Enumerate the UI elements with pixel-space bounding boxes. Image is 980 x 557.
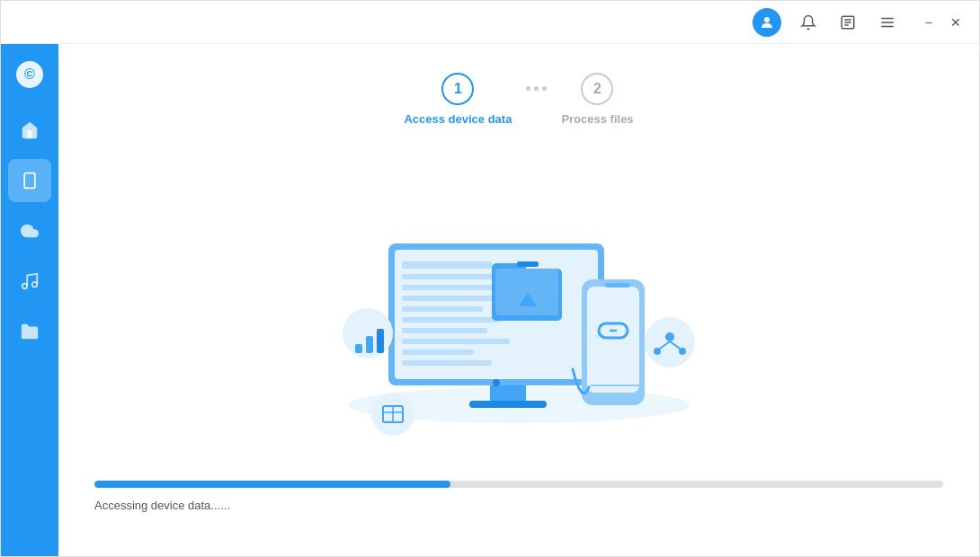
sidebar-item-cloud[interactable] <box>8 209 51 252</box>
step-2-circle: 2 <box>581 73 613 105</box>
svg-rect-32 <box>517 261 539 267</box>
window-controls: − ✕ <box>922 13 965 31</box>
step-2: 2 Process files <box>561 73 633 126</box>
dot-2 <box>534 86 539 91</box>
title-bar: − ✕ <box>1 1 979 44</box>
svg-rect-25 <box>402 328 487 333</box>
svg-text:©: © <box>24 66 35 82</box>
avatar-icon[interactable] <box>753 8 781 37</box>
content-area: 1 Access device data 2 Process files <box>58 44 979 556</box>
sidebar-item-folder[interactable] <box>8 310 51 353</box>
svg-rect-27 <box>402 349 474 355</box>
svg-point-0 <box>764 17 770 22</box>
step-1-circle: 1 <box>441 73 474 105</box>
progress-bar-container <box>94 481 943 488</box>
stepper: 1 Access device data 2 Process files <box>94 73 943 126</box>
close-button[interactable]: ✕ <box>947 13 965 31</box>
progress-section: Accessing device data...... <box>94 466 943 527</box>
sidebar-item-device[interactable] <box>8 159 51 202</box>
step-2-label: Process files <box>561 112 633 126</box>
notes-icon[interactable] <box>835 10 860 35</box>
svg-rect-23 <box>402 306 483 312</box>
svg-point-46 <box>665 332 674 341</box>
svg-rect-19 <box>402 261 492 269</box>
svg-point-48 <box>679 348 686 355</box>
svg-rect-36 <box>587 287 639 393</box>
svg-point-13 <box>32 282 38 287</box>
step-1: 1 Access device data <box>404 73 512 126</box>
dot-1 <box>526 86 530 91</box>
illustration <box>94 155 943 466</box>
title-bar-icons: − ✕ <box>753 8 965 37</box>
sidebar: © <box>1 44 58 556</box>
step-1-label: Access device data <box>404 112 512 126</box>
progress-bar-fill <box>94 481 450 488</box>
svg-rect-26 <box>402 339 510 344</box>
svg-rect-31 <box>495 269 558 315</box>
sidebar-item-music[interactable] <box>8 260 51 303</box>
menu-icon[interactable] <box>875 10 900 35</box>
minimize-button[interactable]: − <box>922 13 936 31</box>
svg-rect-42 <box>355 344 362 353</box>
svg-rect-24 <box>402 317 501 323</box>
progress-text: Accessing device data...... <box>94 499 230 512</box>
svg-rect-43 <box>366 336 373 353</box>
svg-rect-16 <box>469 401 547 408</box>
sidebar-item-home[interactable] <box>8 109 51 152</box>
svg-rect-44 <box>377 329 384 353</box>
dot-3 <box>542 86 547 91</box>
bell-icon[interactable] <box>796 10 821 35</box>
main-layout: © 1 <box>1 44 979 556</box>
app-container: − ✕ © <box>0 0 980 557</box>
step-connector <box>526 86 547 91</box>
svg-rect-37 <box>605 283 630 287</box>
svg-point-12 <box>22 284 28 289</box>
svg-point-34 <box>493 379 500 386</box>
sidebar-logo: © <box>13 58 46 91</box>
svg-point-47 <box>654 348 661 355</box>
svg-rect-28 <box>402 360 492 366</box>
